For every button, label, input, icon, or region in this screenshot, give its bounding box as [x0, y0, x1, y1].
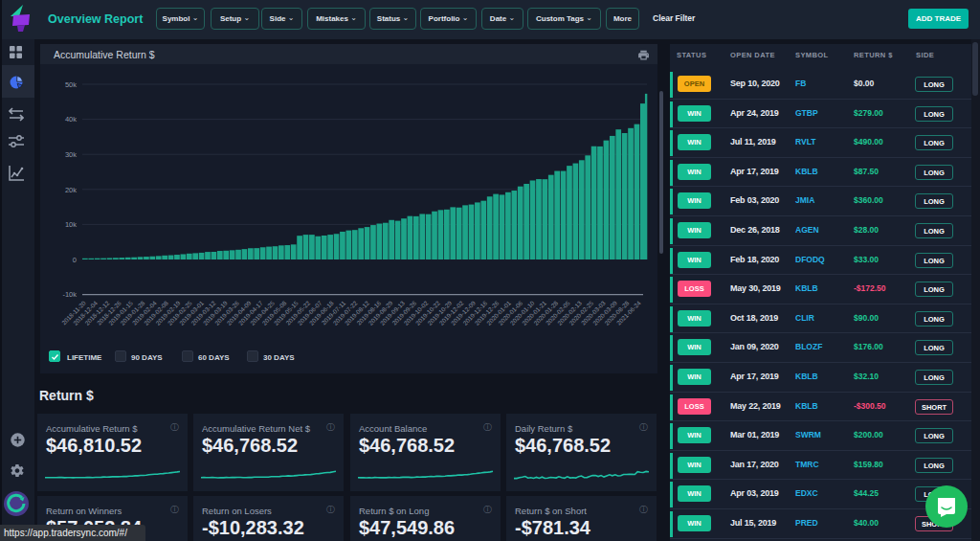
svg-text:50k: 50k	[65, 80, 77, 89]
svg-text:20k: 20k	[65, 186, 77, 194]
svg-text:10k: 10k	[65, 220, 77, 229]
svg-text:-10k: -10k	[62, 290, 77, 299]
svg-text:30k: 30k	[65, 150, 77, 159]
svg-text:40k: 40k	[65, 115, 77, 124]
svg-text:0: 0	[73, 256, 77, 264]
